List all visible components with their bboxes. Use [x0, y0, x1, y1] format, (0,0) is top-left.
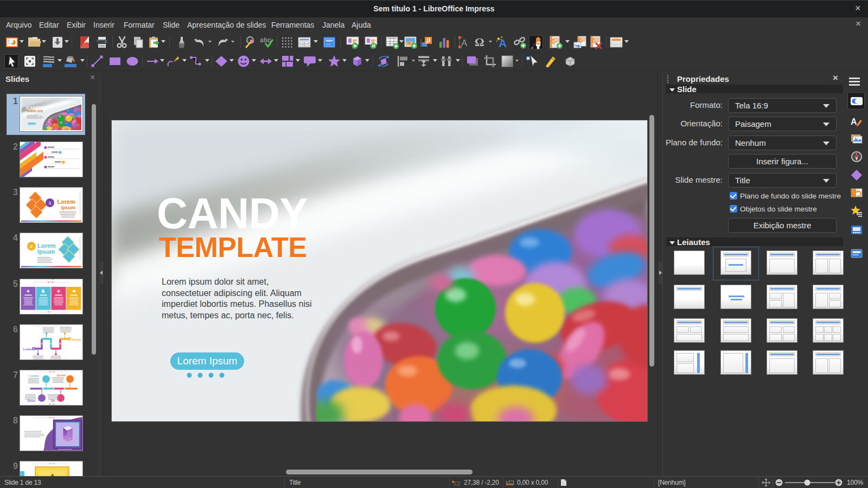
- svg-text:Lorem: Lorem: [57, 198, 75, 205]
- svg-text:Ipsum: Ipsum: [61, 205, 75, 210]
- svg-text:2: 2: [30, 244, 33, 249]
- svg-text:Dolor: Dolor: [28, 399, 36, 402]
- svg-text:Lorem: Lorem: [23, 348, 32, 351]
- svg-text:A: A: [851, 117, 857, 126]
- svg-text:1: 1: [49, 201, 52, 206]
- svg-text:Ipsum: Ipsum: [37, 248, 55, 255]
- svg-text:Ω: Ω: [475, 35, 484, 49]
- svg-text:Sit: Sit: [51, 399, 55, 402]
- svg-text:Ipsum: Ipsum: [72, 338, 81, 341]
- svg-text:Ipsum: Ipsum: [57, 374, 66, 377]
- svg-text:A: A: [461, 38, 468, 48]
- svg-text:Lorem: Lorem: [29, 374, 39, 377]
